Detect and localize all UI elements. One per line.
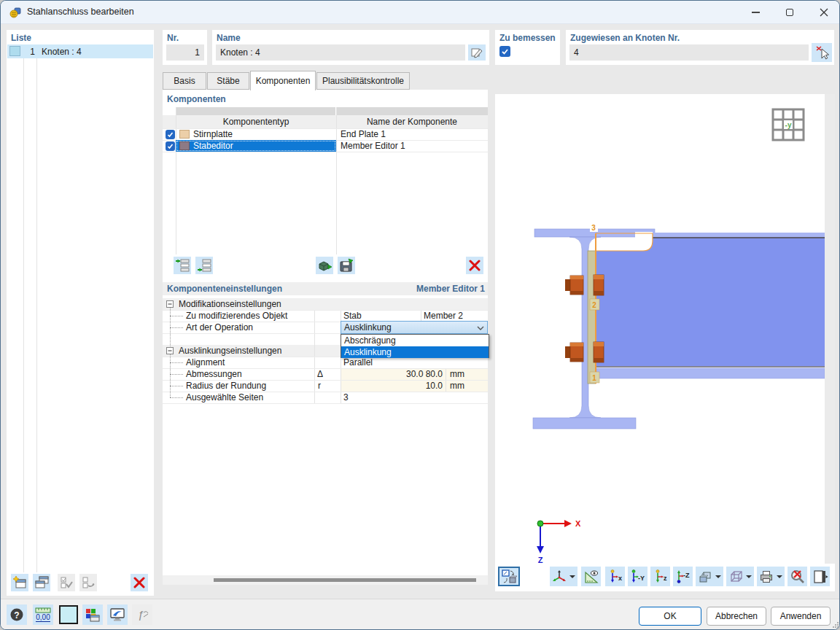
name-panel: Name Knoten : 4 [212,30,489,65]
setting-symbol: r [318,381,321,391]
function-button: ƒ [132,604,152,625]
collapse-toggle-icon[interactable] [166,300,174,308]
combobox-value: Ausklinkung [344,322,392,332]
view-minus-z-label: -Z [683,572,690,579]
isometric-view-button[interactable] [550,567,578,586]
apply-button[interactable]: Anwenden [771,607,831,626]
svg-text:ƒ: ƒ [138,609,144,621]
operation-dropdown-list: Abschrägung Ausklinkung [341,334,489,358]
help-icon: ? [9,607,25,623]
dropdown-caret-icon [746,575,752,578]
view-minus-z-button[interactable]: -Z [673,567,693,586]
dropdown-option-selected[interactable]: Ausklinkung [341,346,489,358]
operation-combobox[interactable]: Ausklinkung [341,321,488,334]
component-name: End Plate 1 [341,129,386,139]
settings-group-label: Modifikationseinstellungen [179,299,281,309]
panel-toggle-button[interactable] [810,567,830,586]
pick-node-button[interactable] [812,43,832,62]
setting-value[interactable]: Member 2 [424,311,463,321]
setting-label: Ausgewählte Seiten [186,392,263,402]
delete-item-button[interactable] [131,574,148,591]
decimal-places-button[interactable]: 0,00 [33,604,53,625]
reorder-component-button[interactable] [195,257,213,274]
minimize-button[interactable] [739,1,772,24]
new-window-icon [12,575,28,591]
nr-label: Nr. [167,33,179,43]
component-row-membereditor[interactable]: Stabeditor Member Editor 1 [163,140,488,152]
insert-row-below-icon [196,257,212,273]
tab-basis[interactable]: Basis [163,72,206,90]
background-color-swatch[interactable] [59,605,78,624]
setting-unit: mm [450,369,464,379]
zugewiesen-field[interactable]: 4 [569,44,809,61]
view-minus-y-button[interactable]: -Y [628,567,648,586]
wireframe-cube-icon [728,569,743,584]
cancel-button[interactable]: Abbrechen [707,607,766,626]
rename-button[interactable] [468,44,486,61]
zoom-reset-button[interactable] [788,567,807,586]
collapse-toggle-icon[interactable] [166,347,174,354]
component-row-endplate[interactable]: Stirnplatte End Plate 1 [163,128,488,140]
side-label-1: 1 [592,374,596,382]
component-checkbox[interactable] [166,130,175,139]
ok-button[interactable]: OK [639,607,701,626]
help-button[interactable]: ? [7,604,27,625]
view-mode-toggle-button[interactable] [498,567,520,586]
zu-bemessen-checkbox[interactable] [499,46,510,57]
settings-scrollbar[interactable] [163,575,488,585]
maximize-button[interactable] [773,1,806,24]
display-properties-button[interactable] [82,604,103,625]
display-settings-button[interactable] [107,604,128,625]
import-component-button[interactable] [316,257,333,274]
setting-value[interactable]: 10.0 [341,381,443,391]
tab-komponenten[interactable]: Komponenten [250,71,316,90]
close-button[interactable] [806,1,840,24]
dropdown-caret-icon [777,575,782,578]
name-field[interactable]: Knoten : 4 [216,44,465,61]
work-plane-view-button[interactable] [581,567,601,586]
select-all-icon [58,575,74,591]
zu-bemessen-label: Zu bemessen [499,33,556,43]
render-mode-button[interactable] [696,567,723,586]
setting-value[interactable]: Parallel [343,357,373,368]
delete-icon [133,577,145,588]
setting-unit: mm [450,381,464,391]
view-z-label: z [664,575,667,582]
copy-item-button[interactable] [33,574,50,591]
title-bar: Stahlanschluss bearbeiten [1,1,840,24]
axes-indicator: X Z [537,519,581,564]
insert-component-button[interactable] [174,257,191,274]
list-item[interactable]: 1 Knoten : 4 [7,44,153,58]
save-component-button[interactable] [338,257,355,274]
scrollbar-thumb[interactable] [214,578,476,582]
view-x-button[interactable]: x [605,567,625,586]
save-disk-icon [338,257,354,273]
svg-text:?: ? [14,610,19,621]
view-z-button[interactable]: z [650,567,670,586]
tab-staebe[interactable]: Stäbe [207,72,249,90]
wireframe-mode-button[interactable] [726,567,754,586]
name-label: Name [217,33,241,43]
setting-label: Alignment [186,357,225,368]
delete-component-button[interactable] [466,257,483,274]
setting-value[interactable]: 30.0 80.0 [341,369,443,379]
close-icon [820,8,828,17]
resize-grip[interactable] [832,621,839,629]
view-minus-y-label: -Y [638,575,645,582]
end-plate [588,251,596,384]
axis-z-label: Z [538,556,543,564]
model-viewport[interactable]: 3 2 1 X Z [495,94,825,564]
dropdown-option[interactable]: Abschrägung [341,335,489,346]
setting-value[interactable]: Stab [343,311,362,321]
print-button[interactable] [757,567,785,586]
column-header-name: Name der Komponente [336,117,488,127]
list-item-swatch [9,46,20,56]
new-item-button[interactable] [11,574,28,591]
component-checkbox[interactable] [166,141,175,151]
setting-value[interactable]: 3 [343,392,349,402]
tab-plausibilitaetskontrolle[interactable]: Plausibilitätskontrolle [316,72,410,90]
orientation-label: -y [785,121,792,129]
delete-icon [469,260,481,271]
ruler-icon [35,607,51,613]
printer-icon [759,569,774,584]
